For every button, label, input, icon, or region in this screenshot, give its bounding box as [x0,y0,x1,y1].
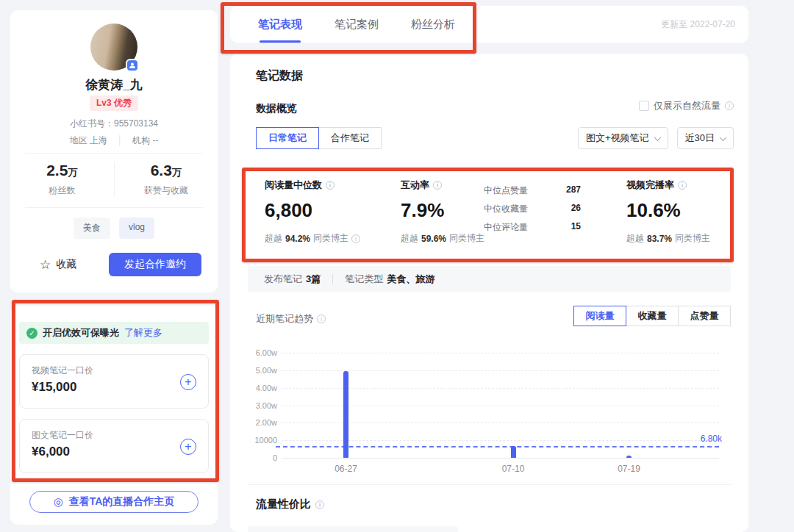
tab-likes[interactable]: 点赞量 [678,306,731,326]
updated-at: 更新至 2022-07-20 [661,6,735,43]
median-stats-table: 中位点赞量 287 中位收藏量 26 中位评论量 15 [484,184,581,240]
likes-count: 6.3 [151,162,172,179]
tab-fan-analysis[interactable]: 粉丝分析 [411,6,455,43]
compare-prefix: 超越 [626,232,644,245]
tab-note-cases[interactable]: 笔记案例 [335,6,379,43]
org-value: -- [152,135,158,145]
note-format-value: 图文+视频笔记 [586,132,649,145]
chart-y-tick-label: 5.00w [248,366,277,375]
chart-bar[interactable] [343,371,348,458]
natural-traffic-label: 仅展示自然流量 [654,99,720,112]
info-icon: i [317,314,326,323]
video-note-price-box: 视频笔记一口价 ¥15,000 + [19,354,209,409]
chart-y-tick-label: 2.00w [248,418,277,427]
metric-label: 视频完播率 [626,179,674,192]
view-live-page-button[interactable]: ◎ 查看TA的直播合作主页 [29,491,198,513]
note-data-card: 笔记数据 数据概览 仅展示自然流量 i 日常笔记 合作笔记 图文+视频笔记 近3… [230,54,748,532]
chart-y-tick-label: 10000 [248,436,277,445]
info-icon: i [326,181,335,190]
creator-badge-icon [126,59,139,72]
metric-video-completion: 视频完播率i 10.6% 超越 83.7% 同类博主 [626,179,710,245]
org-label: 机构 [132,135,150,145]
trend-metric-tabs: 阅读量 收藏量 点赞量 [573,306,731,326]
divider [248,484,731,485]
tabs: 笔记表现 笔记案例 粉丝分析 [258,6,455,43]
chevron-down-icon [654,134,661,141]
compare-percent: 83.7% [647,234,672,244]
traffic-info-bar-partial [248,526,458,532]
tab-note-performance[interactable]: 笔记表现 [258,6,302,43]
view-live-page-label: 查看TA的直播合作主页 [69,495,175,508]
chevron-down-icon [720,134,727,141]
date-range-dropdown[interactable]: 近30日 [677,127,734,149]
compare-suffix: 同类博主 [449,232,484,245]
traffic-value-title-text: 流量性价比 [256,497,311,511]
tab-label: 笔记表现 [258,18,302,30]
add-video-note-button[interactable]: + [180,374,196,390]
chart-gridline [282,458,719,459]
eye-icon: ◎ [54,495,63,508]
trend-chart: 0100002.00w3.00w4.00w5.00w6.00w6.80k06-2… [248,345,731,470]
pricing-card: ✓ 开启优效可保曝光 了解更多 视频笔记一口价 ¥15,000 + 图文笔记一口… [10,306,218,525]
tab-cooperation-notes[interactable]: 合作笔记 [318,127,382,149]
trend-title: 近期笔记趋势 i [256,312,326,326]
chart-bar[interactable] [511,446,516,458]
chart-reference-line [276,446,719,447]
region-org-row: 地区 上海 │ 机构 -- [10,134,218,147]
divider: │ [117,135,123,145]
publish-info-bar: 发布笔记 3篇 笔记类型 美食、旅游 [248,266,731,292]
natural-traffic-checkbox[interactable] [639,101,649,111]
metric-label: 互动率 [401,179,429,192]
profile-name: 徐黄涛_九 [10,76,218,93]
compare-percent: 94.2% [285,234,310,244]
chart-x-tick-label: 06-27 [324,464,368,474]
tab-daily-notes[interactable]: 日常笔记 [256,127,319,149]
median-collects-value: 26 [571,203,581,221]
median-likes-label: 中位点赞量 [484,184,528,203]
learn-more-link[interactable]: 了解更多 [124,326,162,339]
followers-label: 粉丝数 [10,184,114,197]
level-badge: Lv3 优秀 [90,96,138,111]
invite-cooperation-button[interactable]: 发起合作邀约 [109,253,201,276]
chart-reference-label: 6.80k [701,434,722,444]
median-comments-value: 15 [571,221,581,240]
favorite-button[interactable]: ☆ 收藏 [40,253,76,276]
metric-value: 10.6% [626,199,710,222]
avatar [90,24,137,71]
divider [25,207,203,208]
tags-row: 美食 vlog [10,218,218,239]
video-note-price-value: ¥15,000 [32,380,76,395]
note-format-dropdown[interactable]: 图文+视频笔记 [578,127,668,149]
metric-label: 阅读量中位数 [265,179,322,192]
add-image-note-button[interactable]: + [180,439,196,455]
tag-food: 美食 [74,218,110,239]
compare-prefix: 超越 [401,232,418,245]
exposure-banner-text: 开启优效可保曝光 [43,326,119,339]
compare-prefix: 超越 [265,232,282,245]
chart-bar[interactable] [626,456,632,458]
compare-percent: 59.6% [421,234,446,244]
chart-y-tick-label: 4.00w [248,384,277,392]
table-row: 中位点赞量 287 [484,184,581,203]
likes-label: 获赞与收藏 [115,184,218,197]
tab-label: 粉丝分析 [411,18,455,30]
data-overview-title: 数据概览 [256,102,297,115]
note-type-label: 笔记类型 [345,273,383,286]
followers-count: 2.5 [46,162,68,179]
note-data-title: 笔记数据 [256,68,303,84]
compare-suffix: 同类博主 [675,232,710,245]
tag-vlog: vlog [119,218,154,239]
table-row: 中位收藏量 26 [484,203,581,221]
note-type-tabs: 日常笔记 合作笔记 [256,127,382,149]
compare-suffix: 同类博主 [313,232,348,245]
account-label: 小红书号： [70,118,114,129]
tab-reads[interactable]: 阅读量 [573,306,626,326]
tab-collects[interactable]: 收藏量 [626,306,679,326]
active-tab-indicator [260,40,301,43]
traffic-value-title: 流量性价比 i [256,497,324,511]
natural-traffic-filter[interactable]: 仅展示自然流量 i [639,99,734,112]
info-icon: i [351,234,360,243]
median-likes-value: 287 [566,184,581,203]
metric-median-reads: 阅读量中位数i 6,800 超越 94.2% 同类博主 i [265,179,360,245]
divider [332,274,333,284]
